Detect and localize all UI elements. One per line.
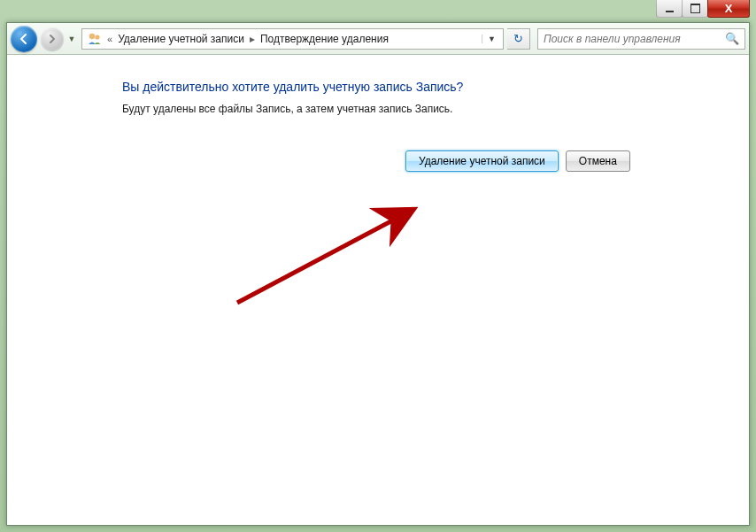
svg-line-2 (237, 209, 414, 303)
minimize-button[interactable] (656, 0, 683, 18)
confirm-heading: Вы действительно хотите удалить учетную … (122, 80, 728, 94)
address-bar[interactable]: « Удаление учетной записи ▸ Подтверждени… (81, 28, 504, 50)
arrow-left-icon (18, 33, 30, 45)
content-area: Вы действительно хотите удалить учетную … (7, 55, 749, 525)
search-icon[interactable]: 🔍 (720, 32, 744, 45)
maximize-button[interactable] (682, 0, 708, 18)
breadcrumb-seg-2[interactable]: Подтверждение удаления (257, 33, 392, 45)
cancel-button[interactable]: Отмена (566, 150, 630, 172)
nav-history-dropdown[interactable]: ▼ (66, 35, 78, 43)
back-button[interactable] (11, 26, 37, 52)
breadcrumb-separator-icon[interactable]: ▸ (248, 33, 257, 45)
close-button[interactable]: X (707, 0, 750, 18)
toolbar: ▼ « Удаление учетной записи ▸ Подтвержде… (7, 23, 749, 55)
confirm-body-text: Будут удалены все файлы Запись, а затем … (122, 103, 728, 115)
forward-button[interactable] (41, 27, 64, 50)
svg-point-1 (95, 35, 99, 39)
delete-account-button[interactable]: Удаление учетной записи (405, 150, 559, 172)
refresh-icon: ↻ (513, 32, 523, 45)
annotation-arrow-icon (228, 197, 459, 312)
svg-point-0 (89, 33, 95, 38)
search-input[interactable] (538, 33, 720, 45)
refresh-button[interactable]: ↻ (507, 28, 530, 50)
arrow-right-icon (47, 34, 58, 44)
user-accounts-icon (87, 31, 103, 47)
window-controls: X (657, 0, 750, 19)
window-frame: ▼ « Удаление учетной записи ▸ Подтвержде… (6, 22, 750, 526)
button-row: Удаление учетной записи Отмена (405, 150, 728, 172)
breadcrumb-overflow-icon[interactable]: « (105, 34, 114, 44)
search-box: 🔍 (537, 28, 745, 50)
breadcrumb-seg-1[interactable]: Удаление учетной записи (114, 33, 248, 45)
address-dropdown[interactable]: ▼ (482, 35, 501, 43)
